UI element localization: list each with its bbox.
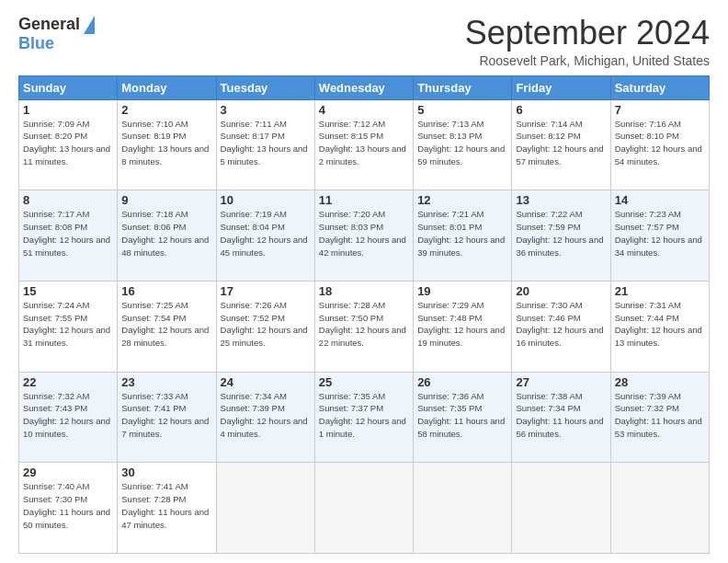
day-number: 19 <box>417 284 507 298</box>
day-number: 6 <box>516 103 606 117</box>
calendar-day-cell: 20 Sunrise: 7:30 AM Sunset: 7:46 PM Dayl… <box>512 281 610 372</box>
calendar-day-cell: 26 Sunrise: 7:36 AM Sunset: 7:35 PM Dayl… <box>414 372 512 463</box>
calendar-day-cell: 18 Sunrise: 7:28 AM Sunset: 7:50 PM Dayl… <box>314 281 413 372</box>
calendar-day-cell: 16 Sunrise: 7:25 AM Sunset: 7:54 PM Dayl… <box>118 281 216 372</box>
calendar-day-cell: 15 Sunrise: 7:24 AM Sunset: 7:55 PM Dayl… <box>19 281 118 372</box>
calendar-week-row: 15 Sunrise: 7:24 AM Sunset: 7:55 PM Dayl… <box>19 281 710 372</box>
day-number: 20 <box>516 284 606 298</box>
calendar-table: Sunday Monday Tuesday Wednesday Thursday… <box>18 75 710 554</box>
day-info: Sunrise: 7:22 AM Sunset: 7:59 PM Dayligh… <box>516 208 606 259</box>
calendar-week-row: 29 Sunrise: 7:40 AM Sunset: 7:30 PM Dayl… <box>19 463 710 554</box>
day-info: Sunrise: 7:18 AM Sunset: 8:06 PM Dayligh… <box>121 208 211 259</box>
day-info: Sunrise: 7:11 AM Sunset: 8:17 PM Dayligh… <box>221 118 311 168</box>
day-info: Sunrise: 7:14 AM Sunset: 8:12 PM Dayligh… <box>516 118 606 168</box>
day-info: Sunrise: 7:24 AM Sunset: 7:55 PM Dayligh… <box>23 299 113 350</box>
day-info: Sunrise: 7:25 AM Sunset: 7:54 PM Dayligh… <box>121 299 211 350</box>
calendar-day-cell: 24 Sunrise: 7:34 AM Sunset: 7:39 PM Dayl… <box>216 372 314 463</box>
day-number: 9 <box>121 193 211 207</box>
day-info: Sunrise: 7:34 AM Sunset: 7:39 PM Dayligh… <box>221 390 311 441</box>
calendar-day-cell <box>414 463 512 554</box>
calendar-header-row: Sunday Monday Tuesday Wednesday Thursday… <box>19 75 710 99</box>
calendar-day-cell: 5 Sunrise: 7:13 AM Sunset: 8:13 PM Dayli… <box>414 99 512 190</box>
day-info: Sunrise: 7:39 AM Sunset: 7:32 PM Dayligh… <box>615 390 705 441</box>
day-number: 25 <box>319 375 409 389</box>
title-block: September 2024 Roosevelt Park, Michigan,… <box>465 15 710 68</box>
calendar-day-cell: 11 Sunrise: 7:20 AM Sunset: 8:03 PM Dayl… <box>314 190 413 282</box>
day-info: Sunrise: 7:09 AM Sunset: 8:20 PM Dayligh… <box>23 118 113 168</box>
day-number: 18 <box>319 284 409 298</box>
calendar-day-cell <box>216 463 314 554</box>
calendar-day-cell: 17 Sunrise: 7:26 AM Sunset: 7:52 PM Dayl… <box>216 281 314 372</box>
day-number: 11 <box>319 193 409 207</box>
day-number: 14 <box>615 193 705 207</box>
calendar-day-cell: 12 Sunrise: 7:21 AM Sunset: 8:01 PM Dayl… <box>414 190 512 282</box>
day-number: 21 <box>615 284 705 298</box>
calendar-day-cell: 2 Sunrise: 7:10 AM Sunset: 8:19 PM Dayli… <box>118 99 216 190</box>
calendar-day-cell: 30 Sunrise: 7:41 AM Sunset: 7:28 PM Dayl… <box>118 463 216 554</box>
day-info: Sunrise: 7:26 AM Sunset: 7:52 PM Dayligh… <box>221 299 311 350</box>
day-info: Sunrise: 7:28 AM Sunset: 7:50 PM Dayligh… <box>319 299 409 350</box>
day-number: 8 <box>23 193 113 207</box>
header-friday: Friday <box>512 75 610 99</box>
day-number: 24 <box>221 375 311 389</box>
day-number: 1 <box>23 103 113 117</box>
day-number: 2 <box>121 103 211 117</box>
day-info: Sunrise: 7:35 AM Sunset: 7:37 PM Dayligh… <box>319 390 409 441</box>
header-tuesday: Tuesday <box>216 75 314 99</box>
day-info: Sunrise: 7:32 AM Sunset: 7:43 PM Dayligh… <box>23 390 113 441</box>
header-saturday: Saturday <box>610 75 709 99</box>
calendar-day-cell: 6 Sunrise: 7:14 AM Sunset: 8:12 PM Dayli… <box>512 99 610 190</box>
calendar-day-cell: 28 Sunrise: 7:39 AM Sunset: 7:32 PM Dayl… <box>610 372 709 463</box>
day-info: Sunrise: 7:10 AM Sunset: 8:19 PM Dayligh… <box>121 118 211 168</box>
day-info: Sunrise: 7:36 AM Sunset: 7:35 PM Dayligh… <box>417 390 507 441</box>
day-number: 4 <box>319 103 409 117</box>
day-number: 12 <box>417 193 507 207</box>
calendar-week-row: 8 Sunrise: 7:17 AM Sunset: 8:08 PM Dayli… <box>19 190 710 282</box>
calendar-day-cell: 21 Sunrise: 7:31 AM Sunset: 7:44 PM Dayl… <box>610 281 709 372</box>
calendar-day-cell <box>610 463 709 554</box>
calendar-day-cell: 8 Sunrise: 7:17 AM Sunset: 8:08 PM Dayli… <box>19 190 118 282</box>
day-info: Sunrise: 7:17 AM Sunset: 8:08 PM Dayligh… <box>23 208 113 259</box>
day-info: Sunrise: 7:16 AM Sunset: 8:10 PM Dayligh… <box>615 118 705 168</box>
header-monday: Monday <box>118 75 216 99</box>
calendar-day-cell: 29 Sunrise: 7:40 AM Sunset: 7:30 PM Dayl… <box>19 463 118 554</box>
subtitle: Roosevelt Park, Michigan, United States <box>465 53 710 68</box>
day-number: 5 <box>417 103 507 117</box>
calendar-day-cell: 10 Sunrise: 7:19 AM Sunset: 8:04 PM Dayl… <box>216 190 314 282</box>
day-info: Sunrise: 7:13 AM Sunset: 8:13 PM Dayligh… <box>417 118 507 168</box>
month-title: September 2024 <box>465 15 710 52</box>
calendar-day-cell: 19 Sunrise: 7:29 AM Sunset: 7:48 PM Dayl… <box>414 281 512 372</box>
day-info: Sunrise: 7:33 AM Sunset: 7:41 PM Dayligh… <box>121 390 211 441</box>
day-info: Sunrise: 7:29 AM Sunset: 7:48 PM Dayligh… <box>417 299 507 350</box>
day-number: 23 <box>121 375 211 389</box>
day-info: Sunrise: 7:21 AM Sunset: 8:01 PM Dayligh… <box>417 208 507 259</box>
day-number: 7 <box>615 103 705 117</box>
logo-triangle-icon <box>84 16 95 34</box>
day-number: 17 <box>221 284 311 298</box>
calendar-day-cell: 9 Sunrise: 7:18 AM Sunset: 8:06 PM Dayli… <box>118 190 216 282</box>
day-info: Sunrise: 7:31 AM Sunset: 7:44 PM Dayligh… <box>615 299 705 350</box>
calendar-day-cell <box>512 463 610 554</box>
calendar-day-cell: 14 Sunrise: 7:23 AM Sunset: 7:57 PM Dayl… <box>610 190 709 282</box>
day-number: 22 <box>23 375 113 389</box>
header: General Blue September 2024 Roosevelt Pa… <box>18 15 710 68</box>
calendar-day-cell: 3 Sunrise: 7:11 AM Sunset: 8:17 PM Dayli… <box>216 99 314 190</box>
day-info: Sunrise: 7:23 AM Sunset: 7:57 PM Dayligh… <box>615 208 705 259</box>
day-number: 16 <box>121 284 211 298</box>
day-info: Sunrise: 7:12 AM Sunset: 8:15 PM Dayligh… <box>319 118 409 168</box>
day-number: 3 <box>221 103 311 117</box>
calendar-day-cell <box>314 463 413 554</box>
day-number: 30 <box>121 465 211 479</box>
day-number: 29 <box>23 465 113 479</box>
header-wednesday: Wednesday <box>314 75 413 99</box>
page: General Blue September 2024 Roosevelt Pa… <box>0 0 728 563</box>
logo-general-text: General <box>18 15 80 34</box>
day-info: Sunrise: 7:38 AM Sunset: 7:34 PM Dayligh… <box>516 390 606 441</box>
day-info: Sunrise: 7:41 AM Sunset: 7:28 PM Dayligh… <box>121 480 211 531</box>
calendar-day-cell: 23 Sunrise: 7:33 AM Sunset: 7:41 PM Dayl… <box>118 372 216 463</box>
day-number: 15 <box>23 284 113 298</box>
calendar-day-cell: 4 Sunrise: 7:12 AM Sunset: 8:15 PM Dayli… <box>314 99 413 190</box>
day-number: 26 <box>417 375 507 389</box>
calendar-day-cell: 7 Sunrise: 7:16 AM Sunset: 8:10 PM Dayli… <box>610 99 709 190</box>
day-number: 10 <box>221 193 311 207</box>
